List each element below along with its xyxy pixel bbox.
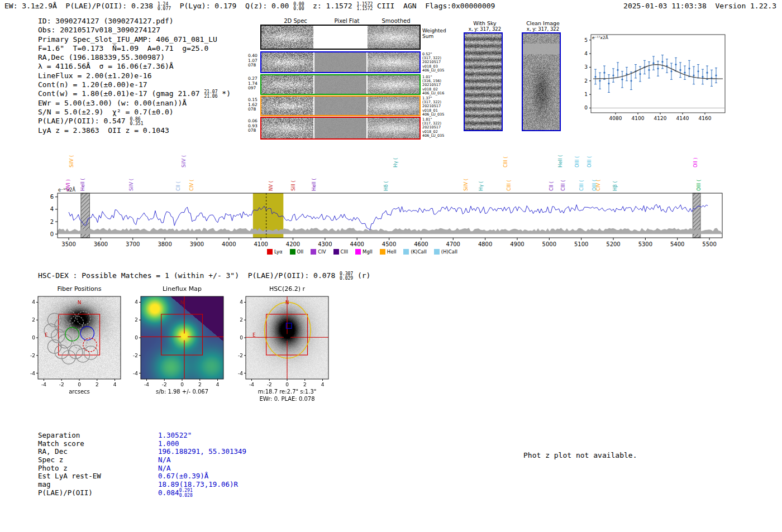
info-line: RA,Dec (196.188339,55.300987) <box>38 53 231 62</box>
info-line: P(LAE)/P(OII): 0.547 0.860.351 <box>38 117 231 126</box>
legend-label: MgII <box>363 249 373 255</box>
svg-text:4: 4 <box>240 299 243 305</box>
smoothed-image <box>368 97 419 115</box>
row-source-labels: 1.81"(317, 322)20210517v018_02406_LU_035 <box>422 118 456 138</box>
label: Cont(n) = 1.20(±0.00)e-17 <box>38 80 147 89</box>
match-table-label: Est LyA rest-EW <box>38 472 158 480</box>
match-table-row: mag18.89(18.73,19.06)R <box>38 480 246 488</box>
row-weight-labels: 0.401.07078 <box>248 54 259 68</box>
svg-text:4500: 4500 <box>382 241 396 247</box>
smoothed-image <box>368 118 419 138</box>
label: F=1.6" T=0.173 N̄=1.09 A=0.71 g=25.0 <box>38 44 208 52</box>
svg-text:Hβ (: Hβ ( <box>612 181 618 191</box>
spec2d-row <box>260 51 421 73</box>
svg-text:3900: 3900 <box>190 241 204 247</box>
legend-item: Lyα <box>267 249 283 255</box>
match-table-row: Est LyA rest-EW0.67(±0.39)Å <box>38 472 246 480</box>
svg-text:-4: -4 <box>249 382 254 387</box>
info-line: S/N = 5.0(±2.9) χ² = 0.7(±0.0) <box>38 108 231 117</box>
svg-text:CII (: CII ( <box>175 181 181 191</box>
smoothed-image <box>368 52 419 72</box>
svg-text:-4: -4 <box>30 371 35 376</box>
label: P(Lyα): 0.179 Q(z): 0.00 <box>171 2 293 10</box>
svg-text:-2: -2 <box>30 353 35 358</box>
svg-text:0: 0 <box>50 231 54 237</box>
match-table-row: Spec zN/A <box>38 456 246 464</box>
info-line: Primary Spec_Slot_IFU_AMP: 406_071_081_L… <box>38 35 231 44</box>
2d-spec-image <box>261 75 313 94</box>
label: λ = 4116.56Å σ = 16.06(±7.36)Å <box>38 62 174 70</box>
uncertainty-range: 0.860.351 <box>130 117 143 127</box>
svg-text:6: 6 <box>50 194 54 200</box>
sky-panel-title: With Sky <box>462 20 507 26</box>
info-line: LineFlux = 2.00(±1.20)e-16 <box>38 71 231 80</box>
cutout-lineflux-map: Lineflux Map -4-4-2-2002244N s/b: 1.98 +… <box>122 282 233 405</box>
svg-text:0: 0 <box>240 335 243 341</box>
legend-label: CIII <box>341 249 348 255</box>
match-table: Separation1.30522"Match score1.000RA, De… <box>38 431 246 497</box>
legend-label: CIV <box>318 249 326 255</box>
source-label: 406_LU_035 <box>422 69 456 73</box>
source-label: 406_LU_035 <box>422 113 456 117</box>
match-table-value: 196.188291, 55.301349 <box>158 447 246 456</box>
match-table-row: Photo zN/A <box>38 464 246 472</box>
legend-label: Lyα <box>274 249 283 255</box>
col-header-smoothed: Smoothed <box>371 18 421 24</box>
svg-text:2: 2 <box>50 219 54 225</box>
weight-value: 078 <box>248 107 259 112</box>
uncertainty-range: 21.0721.06 <box>204 90 217 99</box>
sky-panel-subtitle: x, y: 317, 322 <box>462 26 507 32</box>
cutout-hsc-r: HSC(26.2) r -4-4-2-2002244NE m:18.7 re:2… <box>227 282 338 405</box>
svg-text:4600: 4600 <box>414 241 428 247</box>
info-line: F=1.6" T=0.173 N̄=1.09 A=0.71 g=25.0 <box>38 44 231 53</box>
match-table-row: Separation1.30522" <box>38 431 246 439</box>
2d-spec-image <box>261 118 313 138</box>
svg-text:-4: -4 <box>238 371 243 376</box>
svg-text:0: 0 <box>135 335 138 341</box>
match-table-value: N/A <box>158 464 171 472</box>
col-header-2dspec: 2D Spec <box>270 18 321 24</box>
2d-spec-image <box>261 52 313 72</box>
spec2d-row <box>260 25 421 50</box>
match-table-row: RA, Dec196.188291, 55.301349 <box>38 447 246 456</box>
svg-text:Hγ (: Hγ ( <box>393 158 398 167</box>
legend-swatch <box>434 249 440 255</box>
svg-text:CIII (: CIII ( <box>506 180 512 191</box>
elixer-report-page: EW: 3.1±2.9Å P(LAE)/P(OII): 0.238 1.240.… <box>0 0 782 532</box>
svg-text:4400: 4400 <box>350 241 364 247</box>
source-label: Weighted <box>422 28 456 33</box>
svg-text:CIII (: CIII ( <box>560 180 566 191</box>
uncertainty-range: 0.000.00 <box>293 2 304 12</box>
svg-text:3500: 3500 <box>61 241 75 247</box>
svg-text:Hγ (: Hγ ( <box>478 181 484 191</box>
label: P(LAE)/P(OII): 0.547 <box>38 117 130 125</box>
legend-swatch <box>380 249 385 255</box>
label: EW: 3.1±2.9Å P(LAE)/P(OII): 0.238 <box>4 2 158 10</box>
svg-text:N: N <box>78 300 82 305</box>
label: Primary Spec_Slot_IFU_AMP: 406_071_081_L… <box>38 35 217 44</box>
legend-item: OII <box>290 249 304 255</box>
svg-text:HeII (: HeII ( <box>80 178 85 191</box>
svg-text:OIII (: OIII ( <box>574 156 580 167</box>
svg-text:5400: 5400 <box>670 241 684 247</box>
2d-spec-image <box>261 26 313 49</box>
svg-text:2: 2 <box>584 78 588 84</box>
svg-text:3700: 3700 <box>126 241 140 247</box>
svg-text:4140: 4140 <box>676 116 689 121</box>
svg-text:4800: 4800 <box>478 241 492 247</box>
svg-text:SiIV (: SiIV ( <box>181 155 187 167</box>
svg-text:5: 5 <box>584 37 588 43</box>
info-line: Cont(n) = 1.20(±0.00)e-17 <box>38 80 231 89</box>
uncertainty-range: 0.2910.028 <box>179 488 193 498</box>
svg-text:3600: 3600 <box>94 241 108 247</box>
svg-text:4120: 4120 <box>654 116 667 121</box>
svg-text:-2: -2 <box>238 353 243 358</box>
weight-value: 097 <box>248 86 259 91</box>
svg-text:3800: 3800 <box>158 241 171 247</box>
svg-text:-4: -4 <box>133 371 138 376</box>
row-source-labels: 0.52"(317, 322)20210517v018_03406_LU_035 <box>422 52 456 73</box>
smoothed-image <box>368 75 419 94</box>
emission-line-fit-chart: 40804100412041404160012345e⁻¹⁷x2Å <box>574 28 729 128</box>
report-timestamp: 2025-01-03 11:03:38 Version 1.22.3 <box>623 2 776 10</box>
label: Cont(w) = 1.80(±0.01)e-17 (gmag 21.07 <box>38 89 204 98</box>
